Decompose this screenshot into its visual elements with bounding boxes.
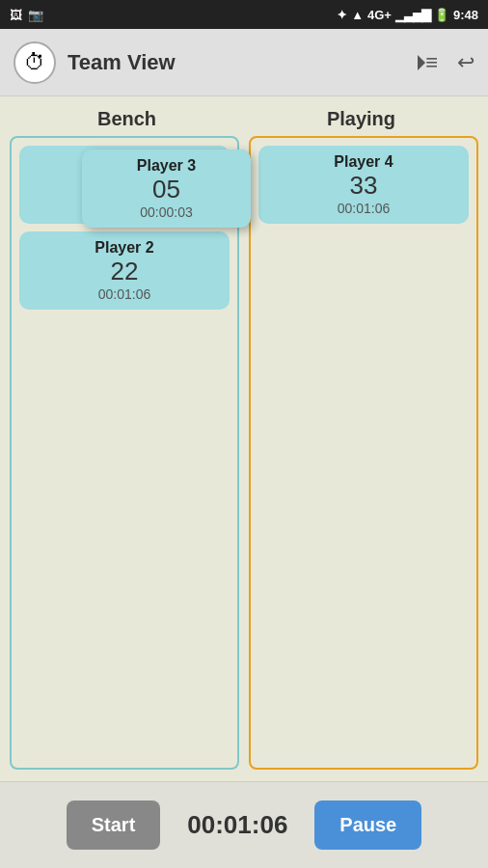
- playing-column[interactable]: Player 4 33 00:01:06: [249, 136, 478, 770]
- dragging-player-number: 05: [94, 175, 239, 204]
- columns-container: Player 1 15 00:01:06 Player 2 22 00:01:0…: [10, 136, 478, 770]
- stopwatch-icon: ⏱: [24, 50, 45, 75]
- timer-display: 00:01:06: [179, 810, 295, 840]
- photo-icon: 🖼: [10, 8, 22, 22]
- dropdown-arrow-icon[interactable]: [418, 55, 425, 70]
- time-display: 9:48: [453, 8, 478, 22]
- main-content: Bench Playing Player 1 15 00:01:06 Playe…: [0, 96, 488, 781]
- signal-icon: ▲: [351, 8, 364, 22]
- bench-column[interactable]: Player 1 15 00:01:06 Player 2 22 00:01:0…: [10, 136, 239, 770]
- bars-icon: ▁▃▅▇: [395, 8, 430, 22]
- player-card[interactable]: Player 2 22 00:01:06: [19, 231, 230, 310]
- dragging-player-card[interactable]: Player 3 05 00:00:03: [82, 149, 251, 228]
- battery-icon: 🔋: [434, 8, 449, 22]
- player-name: Player 4: [270, 153, 457, 171]
- bluetooth-icon: ✦: [337, 8, 347, 22]
- back-icon[interactable]: ↩: [457, 50, 474, 75]
- pause-button[interactable]: Pause: [314, 800, 421, 850]
- status-right: ✦ ▲ 4G+ ▁▃▅▇ 🔋 9:48: [337, 8, 478, 22]
- network-label: 4G+: [367, 8, 392, 22]
- player-name: Player 2: [31, 239, 218, 257]
- start-button[interactable]: Start: [67, 800, 161, 850]
- app-bar-actions: ≡ ↩: [425, 50, 474, 75]
- player-time: 00:01:06: [31, 286, 218, 302]
- player-time: 00:01:06: [270, 201, 457, 216]
- bench-header: Bench: [10, 108, 244, 130]
- player-number: 33: [270, 171, 457, 201]
- dragging-player-name: Player 3: [94, 157, 239, 175]
- filter-icon[interactable]: ≡: [425, 50, 438, 75]
- columns-header: Bench Playing: [10, 108, 478, 130]
- dragging-player-time: 00:00:03: [94, 204, 239, 220]
- bottom-bar: Start 00:01:06 Pause: [0, 781, 488, 868]
- app-bar: ⏱ Team View ≡ ↩: [0, 29, 488, 96]
- player-number: 22: [31, 257, 218, 286]
- status-left: 🖼 📷: [10, 8, 43, 22]
- camera-icon: 📷: [28, 8, 43, 22]
- app-title: Team View: [68, 50, 414, 75]
- player-card[interactable]: Player 4 33 00:01:06: [258, 146, 469, 224]
- playing-header: Playing: [244, 108, 478, 130]
- status-bar: 🖼 📷 ✦ ▲ 4G+ ▁▃▅▇ 🔋 9:48: [0, 0, 488, 29]
- app-icon: ⏱: [14, 41, 56, 84]
